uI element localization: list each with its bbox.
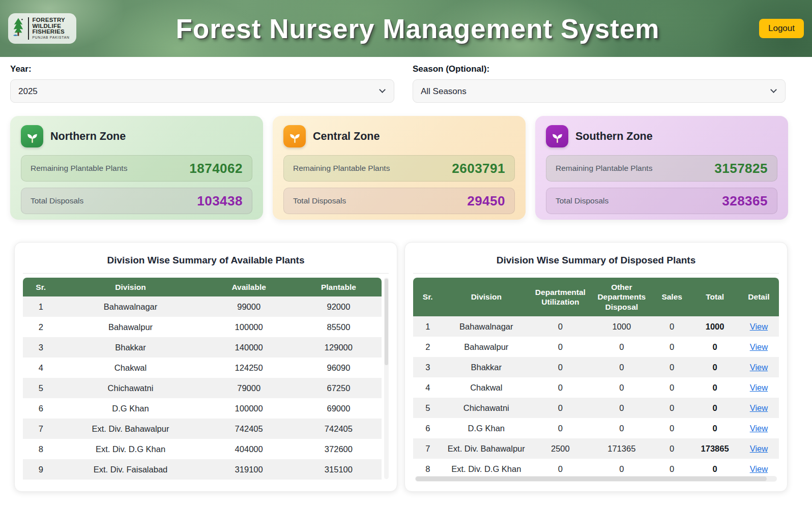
view-detail-link[interactable]: View <box>750 403 768 412</box>
disposed-plants-table: Sr.DivisionDepartmental UtilizationOther… <box>413 278 779 475</box>
stat-label: Total Disposals <box>293 196 346 205</box>
logout-button[interactable]: Logout <box>759 19 804 38</box>
disposed-table-scroll-area[interactable]: Sr.DivisionDepartmental UtilizationOther… <box>413 278 779 475</box>
season-label: Season (Optional): <box>413 64 786 74</box>
table-header-row: Sr.DivisionDepartmental UtilizationOther… <box>413 278 779 316</box>
table-cell: 6 <box>23 398 59 419</box>
table-cell: 0 <box>530 459 591 475</box>
table-cell: Ext. Div. D.G Khan <box>59 439 202 459</box>
table-cell: View <box>739 316 779 337</box>
table-header-row: Sr.DivisionAvailablePlantable <box>23 278 382 296</box>
table-cell: 372600 <box>296 439 382 459</box>
column-header: Available <box>202 278 296 296</box>
available-plants-table: Sr.DivisionAvailablePlantable 1Bahawalna… <box>23 278 382 480</box>
table-cell: View <box>739 459 779 475</box>
table-row: 1Bahawalnagar0100001000View <box>413 316 779 337</box>
table-cell: 1 <box>413 316 443 337</box>
zone-card-northern: Northern Zone Remaining Plantable Plants… <box>10 116 263 220</box>
table-cell: 85500 <box>296 317 382 337</box>
view-detail-link[interactable]: View <box>750 424 768 433</box>
table-cell: 1000 <box>691 316 738 337</box>
table-cell: 0 <box>530 398 591 418</box>
view-detail-link[interactable]: View <box>750 322 768 331</box>
table-cell: View <box>739 418 779 438</box>
filter-bar: Year: 2025 Season (Optional): All Season… <box>0 57 812 103</box>
table-cell: 79000 <box>202 378 296 398</box>
column-header: Departmental Utilization <box>530 278 591 316</box>
stat-value: 3157825 <box>714 161 768 176</box>
table-row: 8Ext. Div. D.G Khan404000372600 <box>23 439 382 459</box>
table-cell: 0 <box>653 459 691 475</box>
disposed-plants-card: Division Wise Summary of Disposed Plants… <box>404 242 788 492</box>
available-table-title: Division Wise Summary of Available Plant… <box>23 251 389 274</box>
table-cell: 0 <box>691 418 738 438</box>
table-cell: Ext. Div. D.G Khan <box>443 459 531 475</box>
table-cell: View <box>739 398 779 418</box>
stat-label: Total Disposals <box>31 196 83 205</box>
table-cell: 0 <box>591 398 653 418</box>
table-cell: 1000 <box>591 316 653 337</box>
column-header: Sr. <box>23 278 59 296</box>
table-cell: Chakwal <box>59 358 202 378</box>
year-select[interactable]: 2025 <box>10 79 394 103</box>
table-row: 3Bhakkar140000129000 <box>23 337 382 358</box>
table-cell: 8 <box>23 439 59 459</box>
view-detail-link[interactable]: View <box>750 444 768 453</box>
table-cell: 0 <box>653 316 691 337</box>
disposed-table-title: Division Wise Summary of Disposed Plants <box>413 251 779 274</box>
view-detail-link[interactable]: View <box>750 363 768 372</box>
pine-tree-icon <box>12 17 24 40</box>
table-cell: 5 <box>23 378 59 398</box>
table-row: 2Bahawalpur0000View <box>413 337 779 357</box>
table-cell: 742405 <box>202 419 296 439</box>
season-select[interactable]: All Seasons <box>413 79 786 103</box>
table-cell: 100000 <box>202 317 296 337</box>
table-cell: 315100 <box>296 459 382 480</box>
view-detail-link[interactable]: View <box>750 464 768 473</box>
remaining-plantable-stat: Remaining Plantable Plants 2603791 <box>283 155 515 182</box>
table-cell: 0 <box>691 398 738 418</box>
table-cell: 0 <box>591 357 653 377</box>
table-row: 9Ext. Div. Faisalabad319100315100 <box>23 459 382 480</box>
table-row: 8Ext. Div. D.G Khan0000View <box>413 459 779 475</box>
table-cell: View <box>739 337 779 357</box>
table-cell: 6 <box>413 418 443 438</box>
table-row: 5Chichawatni7900067250 <box>23 378 382 398</box>
scrollbar-thumb[interactable] <box>385 279 388 365</box>
season-filter-group: Season (Optional): All Seasons <box>413 64 786 103</box>
zone-card-southern: Southern Zone Remaining Plantable Plants… <box>535 116 788 220</box>
app-header: FORESTRY WILDLIFE FISHERIES PUNJAB PAKIS… <box>0 0 812 57</box>
view-detail-link[interactable]: View <box>750 383 768 392</box>
available-table-scroll-area[interactable]: Sr.DivisionAvailablePlantable 1Bahawalna… <box>23 278 389 480</box>
total-disposals-stat: Total Disposals 103438 <box>21 188 252 214</box>
seedling-icon <box>283 125 306 147</box>
stat-label: Remaining Plantable Plants <box>293 164 390 173</box>
table-cell: 4 <box>23 358 59 378</box>
logo-line-fisheries: FISHERIES <box>33 29 70 35</box>
column-header: Plantable <box>296 278 382 296</box>
column-header: Sales <box>653 278 691 316</box>
seedling-icon <box>21 125 43 147</box>
table-cell: 0 <box>653 357 691 377</box>
column-header: Total <box>691 278 738 316</box>
table-cell: Ext. Div. Faisalabad <box>59 459 202 480</box>
table-cell: 2 <box>23 317 59 337</box>
vertical-scrollbar[interactable] <box>384 278 389 479</box>
horizontal-scrollbar[interactable] <box>415 476 777 482</box>
table-cell: 0 <box>530 337 591 357</box>
year-filter-group: Year: 2025 <box>10 64 394 103</box>
table-cell: Ext. Div. Bahawalpur <box>443 438 531 459</box>
table-cell: 129000 <box>296 337 382 358</box>
table-cell: 0 <box>653 377 691 398</box>
table-cell: 0 <box>591 377 653 398</box>
table-cell: 0 <box>691 337 738 357</box>
scrollbar-thumb[interactable] <box>416 477 767 481</box>
table-cell: Bhakkar <box>59 337 202 358</box>
view-detail-link[interactable]: View <box>750 342 768 351</box>
table-cell: Bahawalnagar <box>59 296 202 317</box>
table-cell: 404000 <box>202 439 296 459</box>
table-cell: View <box>739 357 779 377</box>
zone-title: Northern Zone <box>50 130 126 143</box>
table-cell: 124250 <box>202 358 296 378</box>
table-cell: 100000 <box>202 398 296 419</box>
